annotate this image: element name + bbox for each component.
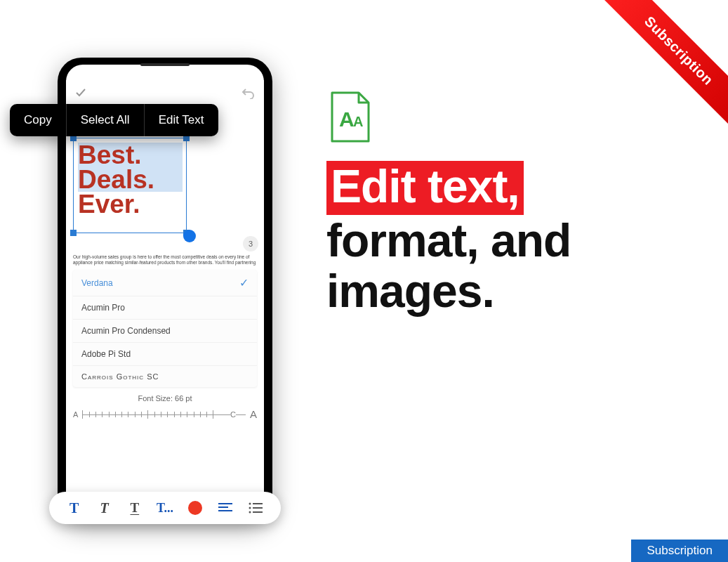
headline-rest: format, and images. [326,214,571,318]
font-size-slider-row: A [73,408,257,420]
selection-handle-bl[interactable] [70,230,77,236]
font-option-verdana[interactable]: Verdana ✓ [73,270,257,296]
slider-c-label: C [230,410,236,419]
font-size-label: Font Size: 66 pt [66,394,264,403]
align-button[interactable] [215,497,236,518]
svg-text:A: A [339,107,355,131]
app-topbar [66,80,264,105]
bold-button[interactable]: T [64,497,85,518]
selection-caret[interactable] [183,230,196,242]
headline-text: Edit text, format, and images. [326,161,706,317]
size-small-a: A [73,410,78,419]
font-option-carrois[interactable]: Carrois Gothic SC [73,366,257,387]
fill-color-button[interactable] [185,497,206,518]
text-context-menu: Copy Select All Edit Text [10,104,218,136]
font-option-acumin-condensed[interactable]: Acumin Pro Condensed [73,320,257,343]
document-body-text: Our high-volume sales group is here to o… [73,254,257,267]
undo-icon[interactable] [241,86,256,99]
svg-point-9 [249,511,251,514]
subscription-bottom-label: Subscription [631,540,728,562]
text-color-button[interactable]: T... [154,497,176,518]
headline-area: A A Edit text, format, and images. [326,91,706,317]
align-icon [218,502,232,514]
context-copy[interactable]: Copy [10,104,67,136]
size-large-a: A [250,408,257,420]
color-circle-icon [188,501,202,515]
underline-button[interactable]: T [124,497,145,518]
svg-point-7 [249,507,251,509]
list-button[interactable] [245,497,266,518]
selection-box[interactable]: Best. Deals. Ever. [73,138,187,233]
text-selection-area[interactable]: Best. Deals. Ever. [73,138,257,236]
font-option-adobe-pi[interactable]: Adobe Pi Std [73,343,257,366]
selected-text: Best. Deals. Ever. [78,143,183,216]
ribbon-label: Subscription [642,13,717,89]
font-size-slider[interactable]: C [82,410,246,419]
phone-speaker [140,63,190,66]
context-edit-text[interactable]: Edit Text [145,104,218,136]
formatting-toolbar: T T T T... [49,492,281,524]
context-select-all[interactable]: Select All [67,104,145,136]
checkmark-icon: ✓ [239,276,249,289]
edit-text-doc-icon: A A [329,91,371,144]
italic-button[interactable]: T [94,497,115,518]
headline-highlight: Edit text, [326,161,524,215]
svg-text:A: A [353,114,363,129]
font-picker-panel: Verdana ✓ Acumin Pro Acumin Pro Condense… [73,270,257,387]
check-icon[interactable] [74,86,87,99]
phone-screen: L TOWNSEND Best. Deals. Ever. 3 [66,80,264,471]
page-number-badge: 3 [243,236,258,251]
font-option-acumin-pro[interactable]: Acumin Pro [73,296,257,320]
list-icon [249,502,263,514]
svg-point-5 [249,503,251,505]
